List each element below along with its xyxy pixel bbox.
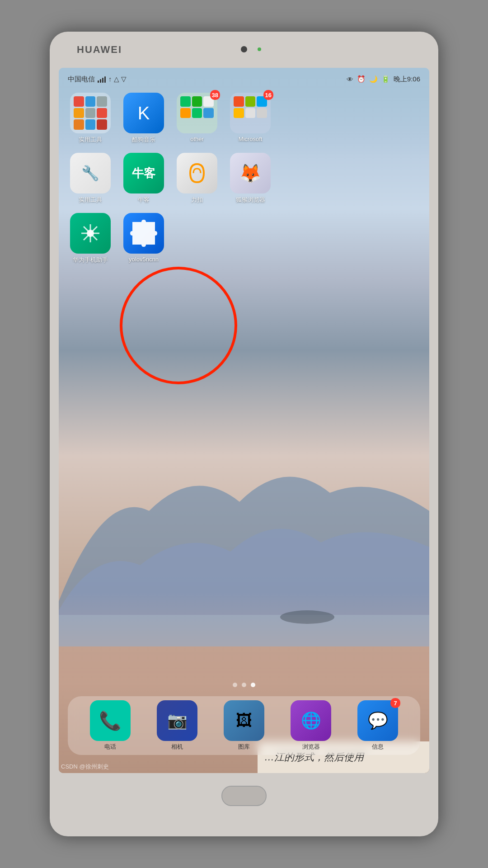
likuo-label: 力扣 [191, 196, 203, 204]
yolov5ncnn-label: yolov5ncnn [129, 256, 159, 263]
home-button[interactable] [221, 786, 267, 806]
signal-bar-1 [98, 80, 99, 83]
tablet-indicator [258, 47, 261, 51]
microsoft-folder-icon[interactable]: 16 Microsoft [228, 93, 273, 142]
yolo-img [123, 213, 164, 254]
tools-app-label: 实用工具 [79, 196, 102, 204]
dock-gallery-label: 图库 [238, 743, 250, 751]
tools-folder-grid [70, 93, 111, 133]
tablet-brand: HUAWEI [77, 44, 122, 56]
fox-browser-icon[interactable]: 🦊 狐猴浏览器 [228, 153, 273, 204]
battery-icon: 🔋 [381, 75, 390, 83]
yolov5ncnn-icon[interactable]: yolov5ncnn [121, 213, 166, 263]
dock-gallery-img: 🖼 [224, 700, 264, 741]
tools-app-img: 🔧 [70, 153, 111, 193]
dock-browser-label: 浏览器 [302, 743, 320, 751]
apps-row-2: 🔧 实用工具 牛客 牛客 [68, 153, 420, 204]
camera-emoji: 📷 [167, 711, 188, 730]
apps-area: 实用工具 K 酷狗音乐 [68, 93, 420, 273]
dock-phone-img: 📞 [90, 700, 131, 741]
page-indicators [233, 683, 255, 687]
mini-app-6 [97, 108, 107, 118]
dock-phone-label: 电话 [104, 743, 116, 751]
csdn-watermark: CSDN @徐州刺史 [61, 763, 109, 771]
mini-app-1 [74, 96, 84, 107]
wechat-mini-6 [203, 108, 214, 118]
mini-app-3 [97, 96, 107, 107]
mini-app-5 [85, 108, 96, 118]
dock-messages-img: 💬 7 [357, 700, 398, 741]
huawei-logo-svg [77, 220, 104, 247]
ms-mini-2 [245, 96, 256, 107]
wechat-mini-5 [192, 108, 202, 118]
niumei-icon[interactable]: 牛客 牛客 [121, 153, 166, 204]
fox-browser-img: 🦊 [230, 153, 271, 193]
mini-app-2 [85, 96, 96, 107]
tools-emoji: 🔧 [81, 165, 99, 182]
mini-app-9 [97, 119, 107, 130]
niumei-img: 牛客 [123, 153, 164, 193]
status-left: 中国电信 ↑ △ ▽ [68, 75, 127, 84]
status-icons: ↑ △ ▽ [108, 75, 127, 83]
niumei-text: 牛客 [132, 165, 155, 181]
ms-mini-6 [257, 108, 267, 118]
svg-point-1 [87, 230, 94, 237]
page-dot-2 [242, 683, 246, 687]
alarm-icon: ⏰ [357, 75, 366, 83]
dock-camera-img: 📷 [157, 700, 197, 741]
tablet-top-bar: HUAWEI [50, 32, 438, 68]
tools-app-icon[interactable]: 🔧 实用工具 [68, 153, 113, 204]
tools-folder-icon[interactable]: 实用工具 [68, 93, 113, 144]
wechat-badge: 38 [210, 90, 220, 100]
wechat-folder-icon[interactable]: 38 other [174, 93, 220, 142]
kuwo-music-icon[interactable]: K 酷狗音乐 [121, 93, 166, 144]
kuwo-label: 酷狗音乐 [132, 136, 155, 144]
huawei-clone-icon[interactable]: 华为手机助手 [68, 213, 113, 264]
fox-browser-label: 狐猴浏览器 [236, 196, 265, 204]
likuo-icon[interactable]: 力扣 [174, 153, 220, 204]
status-right: 👁 ⏰ 🌙 🔋 晚上9:06 [347, 75, 420, 84]
wechat-mini-1 [180, 96, 191, 107]
signal-bar-2 [100, 79, 101, 83]
ms-mini-1 [234, 96, 244, 107]
eye-icon: 👁 [347, 75, 353, 83]
dock-browser-img: 🌐 [291, 700, 331, 741]
gallery-emoji: 🖼 [236, 711, 252, 730]
microsoft-label: Microsoft [239, 136, 263, 142]
yolo-puzzle-svg [128, 217, 160, 249]
tablet-bottom [50, 773, 438, 818]
kuwo-icon-img: K [123, 93, 164, 133]
status-time: 晚上9:06 [394, 75, 420, 84]
browser-emoji: 🌐 [301, 711, 321, 730]
dock-messages[interactable]: 💬 7 信息 [355, 700, 400, 751]
dock-messages-label: 信息 [372, 743, 384, 751]
mini-app-8 [85, 119, 96, 130]
fox-emoji: 🦊 [239, 163, 262, 184]
dock-browser[interactable]: 🌐 浏览器 [288, 700, 333, 751]
page-dot-3-active [251, 683, 255, 687]
tablet-camera [241, 46, 247, 52]
apps-row-1: 实用工具 K 酷狗音乐 [68, 93, 420, 144]
ms-mini-5 [245, 108, 256, 118]
niumei-label: 牛客 [138, 196, 150, 204]
dock-camera[interactable]: 📷 相机 [155, 700, 200, 751]
likuo-svg [183, 160, 211, 187]
messages-emoji: 💬 [368, 711, 388, 730]
dock-gallery[interactable]: 🖼 图库 [221, 700, 267, 751]
moon-icon: 🌙 [369, 75, 378, 83]
wechat-folder-label: other [190, 136, 204, 142]
ms-mini-4 [234, 108, 244, 118]
kuwo-letter: K [138, 103, 150, 123]
tablet-screen: 中国电信 ↑ △ ▽ 👁 ⏰ 🌙 🔋 晚上9:06 [59, 68, 429, 773]
wechat-mini-2 [192, 96, 202, 107]
microsoft-badge: 16 [263, 90, 273, 100]
huawei-clone-img [70, 213, 111, 254]
wechat-mini-4 [180, 108, 191, 118]
likuo-img [177, 153, 217, 193]
dock-phone[interactable]: 📞 电话 [88, 700, 133, 751]
status-bar: 中国电信 ↑ △ ▽ 👁 ⏰ 🌙 🔋 晚上9:06 [59, 68, 429, 90]
huawei-clone-label: 华为手机助手 [73, 256, 108, 264]
mini-app-7 [74, 119, 84, 130]
mini-app-4 [74, 108, 84, 118]
messages-badge: 7 [390, 698, 400, 708]
